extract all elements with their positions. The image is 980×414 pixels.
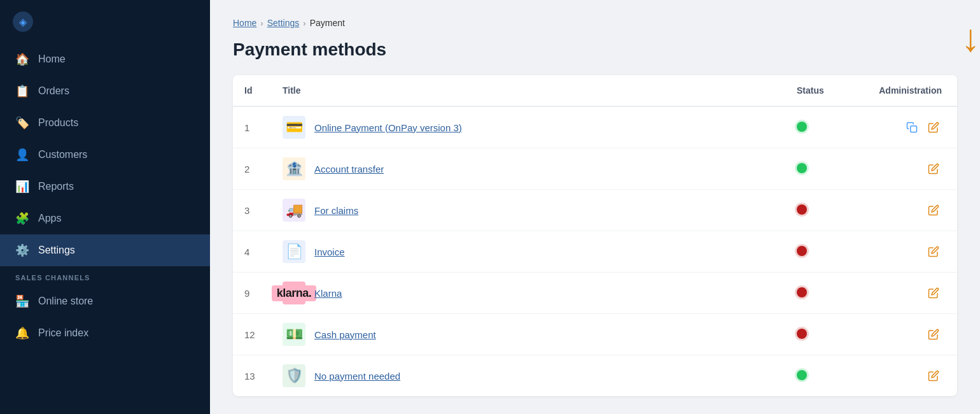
edit-button[interactable] (925, 202, 942, 218)
status-dot (797, 246, 807, 256)
cell-title: 🏦 Account transfer (271, 148, 785, 190)
sidebar-nav: 🏠 Home 📋 Orders 🏷️ Products 👤 Customers … (0, 38, 210, 414)
main-content: ↓ Home › Settings › Payment Payment meth… (210, 0, 980, 414)
sidebar-item-label: Settings (38, 245, 75, 256)
cell-admin (862, 148, 957, 190)
customers-icon: 👤 (15, 148, 29, 162)
apps-icon: 🧩 (15, 211, 29, 225)
payment-icon: 🛡️ (286, 368, 303, 384)
svg-rect-0 (911, 126, 917, 132)
table-row: 12 💵 Cash payment (233, 314, 957, 355)
table-row: 9 klarna. Klarna (233, 273, 957, 314)
breadcrumb-home[interactable]: Home (233, 18, 256, 28)
sidebar-item-home[interactable]: 🏠 Home (0, 43, 210, 75)
table-row: 3 🚚 For claims (233, 190, 957, 231)
sidebar-logo: ◈ (0, 0, 210, 38)
cell-status (785, 273, 862, 314)
cell-title: 🚚 For claims (271, 190, 785, 231)
status-dot (797, 370, 807, 380)
payment-icon-wrapper: klarna. (283, 282, 305, 304)
sidebar-item-online-store[interactable]: 🏪 Online store (0, 285, 210, 317)
status-dot (797, 329, 807, 339)
online-store-icon: 🏪 (15, 294, 29, 308)
status-dot (797, 163, 807, 173)
payment-title-link[interactable]: Account transfer (314, 164, 384, 175)
cell-title: 💳 Online Payment (OnPay version 3) (271, 106, 785, 148)
cell-admin (862, 314, 957, 355)
status-dot (797, 204, 807, 215)
sidebar-item-label: Reports (38, 181, 74, 192)
payment-icon: 📄 (286, 243, 303, 260)
edit-button[interactable] (925, 368, 942, 384)
table-header-row: Id Title Status Administration (233, 75, 957, 106)
sidebar-item-orders[interactable]: 📋 Orders (0, 75, 210, 107)
edit-button[interactable] (925, 326, 942, 343)
table-row: 4 📄 Invoice (233, 231, 957, 273)
sidebar-item-label: Orders (38, 85, 69, 97)
price-index-icon: 🔔 (15, 326, 29, 340)
cell-admin (862, 231, 957, 273)
sidebar-item-customers[interactable]: 👤 Customers (0, 139, 210, 171)
payment-title-link[interactable]: Invoice (314, 246, 345, 257)
cell-status (785, 314, 862, 355)
cell-id: 3 (233, 190, 271, 231)
payment-title-link[interactable]: No payment needed (314, 371, 400, 382)
sidebar-item-settings[interactable]: ⚙️ Settings (0, 234, 210, 266)
payment-title-link[interactable]: For claims (314, 205, 358, 216)
copy-button[interactable] (904, 119, 920, 136)
cell-id: 9 (233, 273, 271, 314)
cell-id: 13 (233, 355, 271, 397)
sidebar-item-label: Home (38, 54, 66, 65)
reports-icon: 📊 (15, 180, 29, 194)
payment-icon-wrapper: 🏦 (283, 157, 305, 180)
payment-title-link[interactable]: Online Payment (OnPay version 3) (314, 122, 462, 133)
edit-button[interactable] (925, 285, 942, 301)
status-dot (797, 122, 807, 132)
col-header-id: Id (233, 75, 271, 106)
breadcrumb: Home › Settings › Payment (233, 18, 957, 28)
cell-admin (862, 190, 957, 231)
col-header-administration: Administration (862, 75, 957, 106)
payment-icon-wrapper: 💳 (283, 116, 305, 139)
breadcrumb-sep-2: › (303, 18, 305, 28)
home-icon: 🏠 (15, 52, 29, 66)
sidebar: ◈ 🏠 Home 📋 Orders 🏷️ Products 👤 Customer… (0, 0, 210, 414)
cell-title: 💵 Cash payment (271, 314, 785, 355)
sidebar-item-products[interactable]: 🏷️ Products (0, 107, 210, 139)
edit-button[interactable] (925, 119, 942, 136)
cell-admin (862, 355, 957, 397)
payment-table: Id Title Status Administration 1 💳 Onlin… (233, 75, 957, 396)
cell-admin (862, 106, 957, 148)
payment-title-link[interactable]: Cash payment (314, 329, 376, 340)
payment-icon-wrapper: 📄 (283, 240, 305, 263)
sidebar-item-reports[interactable]: 📊 Reports (0, 171, 210, 203)
payment-icon-wrapper: 💵 (283, 323, 305, 346)
table-row: 2 🏦 Account transfer (233, 148, 957, 190)
cell-admin (862, 273, 957, 314)
sidebar-item-price-index[interactable]: 🔔 Price index (0, 317, 210, 349)
sidebar-item-label: Customers (38, 149, 87, 161)
cell-title: klarna. Klarna (271, 273, 785, 314)
settings-icon: ⚙️ (15, 243, 29, 257)
sidebar-item-label: Online store (38, 296, 93, 307)
edit-button[interactable] (925, 243, 942, 260)
cell-id: 2 (233, 148, 271, 190)
cell-status (785, 148, 862, 190)
table-row: 1 💳 Online Payment (OnPay version 3) (233, 106, 957, 148)
payment-icon-wrapper: 🛡️ (283, 364, 305, 387)
col-header-status: Status (785, 75, 862, 106)
payment-icon: 🏦 (286, 161, 303, 177)
sidebar-item-apps[interactable]: 🧩 Apps (0, 203, 210, 234)
sidebar-item-label: Apps (38, 213, 61, 224)
cell-status (785, 355, 862, 397)
breadcrumb-settings[interactable]: Settings (267, 18, 300, 28)
cell-status (785, 190, 862, 231)
cell-status (785, 106, 862, 148)
sidebar-item-label: Price index (38, 327, 88, 339)
breadcrumb-current: Payment (310, 18, 345, 28)
payment-icon: 🚚 (286, 202, 303, 218)
sidebar-item-label: Products (38, 117, 78, 129)
payment-title-link[interactable]: Klarna (314, 288, 342, 299)
status-dot (797, 287, 807, 297)
edit-button[interactable] (925, 161, 942, 177)
